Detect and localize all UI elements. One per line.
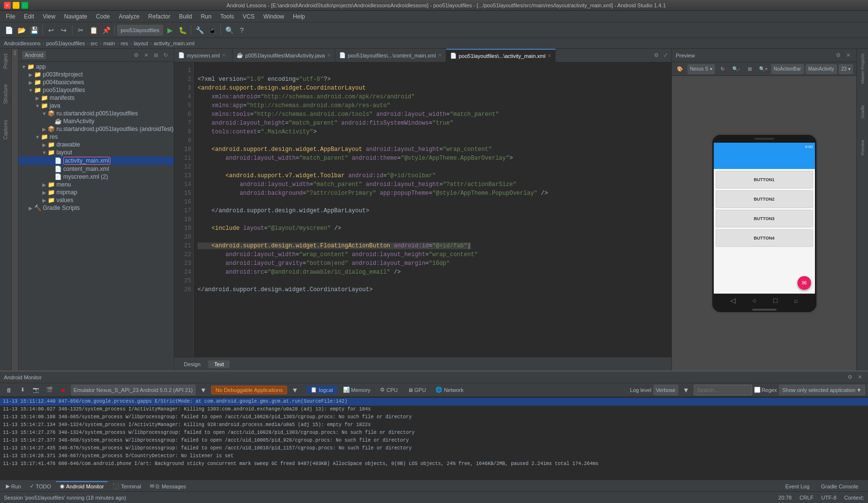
tree-item-myscreen[interactable]: ▶ 📄 myscreen.xml (2) <box>18 173 174 181</box>
menu-edit[interactable]: Edit <box>20 12 38 21</box>
log-line[interactable]: 11-13 15:14:00.108 340-665/system_proces… <box>0 413 868 421</box>
breadcrumb-main[interactable]: main <box>103 40 115 46</box>
close-button[interactable]: ✕ <box>4 2 11 9</box>
run-tab[interactable]: ▶ Run <box>2 481 25 490</box>
sdk-button[interactable]: 🔧 <box>194 24 205 36</box>
text-tab[interactable]: Text <box>208 360 230 368</box>
device-dropdown[interactable]: Nexus S ▾ <box>687 64 715 74</box>
preview-zoom-in[interactable]: 🔍+ <box>758 63 769 75</box>
tab-close[interactable]: ✕ <box>547 53 551 58</box>
run-button[interactable]: ▶ <box>164 24 176 36</box>
preview-fit[interactable]: ⊞ <box>744 63 756 75</box>
android-monitor-tab[interactable]: ◉ Android Monitor <box>56 481 108 490</box>
cpu-tab[interactable]: ⚙ CPU <box>376 386 401 394</box>
tab-content-main[interactable]: 📄 poo51layoutfiles\...\content_main.xml … <box>335 49 446 62</box>
editor-settings[interactable]: ⚙ <box>652 51 661 60</box>
menu-navigate[interactable]: Navigate <box>60 12 91 21</box>
messages-tab[interactable]: ✉ 0: Messages <box>146 481 190 490</box>
tree-item-poo51[interactable]: ▼ 📁 poo51layoutfiles <box>18 86 174 94</box>
tab-close[interactable]: ✕ <box>327 53 331 58</box>
log-line[interactable]: 11-13 15:14:28.371 340-667/system_proces… <box>0 452 868 460</box>
tab-close[interactable]: ✕ <box>222 53 226 58</box>
theme-dropdown[interactable]: NoActionBar <box>771 64 804 74</box>
preview-zoom-out[interactable]: 🔍- <box>730 63 742 75</box>
log-line[interactable]: 11-13 15:14:27.134 340-1324/system_proce… <box>0 421 868 429</box>
menu-code[interactable]: Code <box>92 12 114 21</box>
sidebar-project[interactable]: Project <box>1 51 10 72</box>
sidebar-captures[interactable]: Captures <box>1 117 10 143</box>
menu-tools[interactable]: Tools <box>217 12 238 21</box>
run-config-dropdown[interactable]: poo51layoutfiles <box>117 25 163 36</box>
menu-help[interactable]: Help <box>289 12 309 21</box>
tree-item-p003[interactable]: ▶ 📁 p003firstproject <box>18 71 174 78</box>
sidebar-structure[interactable]: Structure <box>1 81 10 107</box>
redo-button[interactable]: ↪ <box>58 24 70 36</box>
preview-tab-btn[interactable]: Preview <box>858 137 867 158</box>
todo-tab[interactable]: ✓ TODO <box>26 481 55 490</box>
show-selected-button[interactable]: Show only selected application ▼ <box>779 385 865 395</box>
panel-settings[interactable]: ⚙ <box>132 51 141 59</box>
monitor-clear[interactable]: 🗑 <box>3 384 15 396</box>
breadcrumb-file[interactable]: activity_main.xml <box>154 40 195 46</box>
log-search-input[interactable] <box>694 385 752 395</box>
monitor-settings[interactable]: ⚙ <box>846 373 854 382</box>
editor-expand[interactable]: ⤢ <box>661 51 669 60</box>
monitor-screenshot[interactable]: 📷 <box>30 384 42 396</box>
panel-close[interactable]: ✕ <box>142 51 150 59</box>
gradle-console-tab[interactable]: Gradle Console <box>817 482 862 490</box>
tree-item-mainactivity[interactable]: ▶ ☕ MainActivity <box>18 117 174 125</box>
monitor-video[interactable]: 🎬 <box>44 384 55 396</box>
log-level-arrow[interactable]: ▼ <box>680 384 692 396</box>
menu-build[interactable]: Build <box>175 12 196 21</box>
log-line[interactable]: 11-13 15:14:00.027 340-1325/system_proce… <box>0 406 868 413</box>
log-line[interactable]: 11-13 15:14:27.276 340-1324/system_proce… <box>0 429 868 437</box>
tree-item-androidtest[interactable]: ▶ 📦 ru.startandroid.p0051layoutfiles (an… <box>18 125 174 133</box>
tree-item-res[interactable]: ▼ 📁 res <box>18 133 174 141</box>
code-content[interactable]: <?xml version="1.0" encoding="utf-8"?> <… <box>194 62 671 357</box>
panel-sync[interactable]: ↻ <box>161 51 170 59</box>
monitor-terminate[interactable]: ■ <box>57 384 69 396</box>
log-line[interactable]: 11-13 15:11:12.440 847-856/com.google.pr… <box>0 398 868 406</box>
terminal-tab[interactable]: ⬛ Terminal <box>108 481 145 490</box>
minimize-button[interactable]: — <box>13 2 19 9</box>
emulator-dropdown-arrow[interactable]: ▼ <box>198 384 209 396</box>
avd-button[interactable]: 📱 <box>206 24 218 36</box>
menu-file[interactable]: File <box>2 12 19 21</box>
log-level-dropdown[interactable]: Verbose <box>653 385 678 395</box>
tree-item-menu[interactable]: ▶ 📁 menu <box>18 181 174 188</box>
regex-checkbox[interactable] <box>754 387 760 393</box>
menu-refactor[interactable]: Refactor <box>145 12 174 21</box>
event-log-tab[interactable]: Event Log <box>781 482 814 490</box>
menu-window[interactable]: Window <box>259 12 288 21</box>
panel-expand[interactable]: ⊞ <box>151 51 160 59</box>
maximize-button[interactable]: □ <box>21 2 28 9</box>
gpu-tab[interactable]: 🖥 GPU <box>404 386 430 394</box>
menu-analyze[interactable]: Analyze <box>115 12 144 21</box>
gradle-tab[interactable]: Gradle <box>858 102 867 121</box>
monitor-log[interactable]: 11-13 15:11:12.440 847-856/com.google.pr… <box>0 397 868 480</box>
preview-close[interactable]: ✕ <box>844 51 852 60</box>
emulator-dropdown[interactable]: Emulator Nexus_S_API_23 Android 5.0.2 (A… <box>71 385 196 395</box>
code-editor[interactable]: 12345 678910 1112131415 1617181920 21222… <box>174 62 671 357</box>
tree-item-layout[interactable]: ▼ 📁 layout <box>18 149 174 156</box>
logcat-tab[interactable]: 📋 logcat <box>307 386 337 394</box>
breadcrumb-res[interactable]: res <box>121 40 128 46</box>
tree-item-content-main[interactable]: ▶ 📄 content_main.xml <box>18 165 174 173</box>
tree-item-mipmap[interactable]: ▶ 📁 mipmap <box>18 188 174 196</box>
paste-button[interactable]: 📌 <box>100 24 112 36</box>
debug-button[interactable]: 🐛 <box>177 24 188 36</box>
tab-close[interactable]: ✕ <box>438 53 442 58</box>
tree-item-values[interactable]: ▶ 📁 values <box>18 196 174 204</box>
save-all-button[interactable]: 💾 <box>28 24 40 36</box>
menu-vcs[interactable]: VCS <box>239 12 259 21</box>
cut-button[interactable]: ✂ <box>75 24 87 36</box>
design-tab[interactable]: Design <box>178 360 206 368</box>
tree-item-app[interactable]: ▼ 📁 app <box>18 63 174 71</box>
breadcrumb-layout[interactable]: layout <box>134 40 148 46</box>
no-debug-arrow[interactable]: ▼ <box>289 384 301 396</box>
project-view-dropdown[interactable]: Android <box>22 51 46 59</box>
preview-settings[interactable]: ⚙ <box>834 51 843 60</box>
log-line[interactable]: 11-13 15:14:27.377 340-668/system_proces… <box>0 437 868 445</box>
maven-tab[interactable]: Maven Projects <box>858 51 867 87</box>
tree-item-package[interactable]: ▼ 📦 ru.startandroid.p0051layoutfiles <box>18 110 174 117</box>
